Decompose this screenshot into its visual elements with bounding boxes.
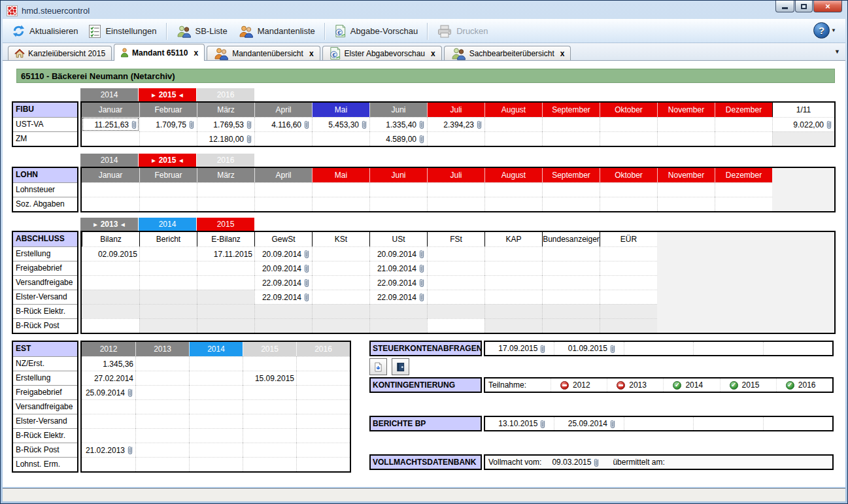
cell[interactable] bbox=[312, 261, 369, 275]
cell[interactable] bbox=[600, 261, 657, 275]
cell[interactable]: 22.09.2014 bbox=[254, 275, 312, 290]
cell[interactable] bbox=[427, 290, 484, 304]
cell[interactable] bbox=[542, 261, 600, 275]
cell[interactable]: 4.589,00 bbox=[369, 131, 427, 146]
tab-list-dropdown-icon[interactable]: ▼ bbox=[834, 48, 840, 55]
cell[interactable] bbox=[312, 246, 369, 261]
cell[interactable] bbox=[243, 443, 296, 457]
cell[interactable] bbox=[542, 318, 600, 333]
abgabe-vorschau-button[interactable]: €Abgabe-Vorschau bbox=[329, 22, 423, 40]
cell[interactable] bbox=[243, 457, 296, 471]
cell[interactable] bbox=[254, 318, 312, 333]
cell[interactable] bbox=[82, 275, 139, 290]
cell[interactable]: 21.09.2014 bbox=[369, 261, 427, 275]
cell[interactable]: 21.02.2013 bbox=[82, 443, 135, 457]
cell[interactable] bbox=[600, 117, 657, 131]
panel-cell[interactable]: 17.09.2015 bbox=[485, 342, 554, 355]
cell[interactable] bbox=[189, 428, 243, 443]
cell[interactable] bbox=[484, 275, 542, 290]
cell[interactable] bbox=[139, 261, 197, 275]
tab-kanzlei-bersicht-2015[interactable]: Kanzleiübersicht 2015 bbox=[8, 46, 112, 60]
cell[interactable]: 22.09.2014 bbox=[369, 275, 427, 290]
cell[interactable] bbox=[254, 197, 312, 211]
cell[interactable] bbox=[189, 443, 243, 457]
cell[interactable] bbox=[427, 197, 484, 211]
cell[interactable] bbox=[82, 318, 139, 333]
cell[interactable] bbox=[484, 197, 542, 211]
cell[interactable] bbox=[484, 131, 542, 146]
cell[interactable] bbox=[254, 304, 312, 318]
cell[interactable] bbox=[542, 117, 600, 131]
cell[interactable] bbox=[427, 246, 484, 261]
tab-close-icon[interactable]: x bbox=[309, 49, 314, 58]
cell[interactable] bbox=[197, 197, 254, 211]
cell[interactable] bbox=[254, 131, 312, 146]
mandantenliste-button[interactable]: Mandantenliste bbox=[233, 23, 320, 40]
cell[interactable] bbox=[189, 371, 243, 385]
cell[interactable] bbox=[657, 182, 715, 197]
cell[interactable] bbox=[135, 399, 189, 414]
cell[interactable] bbox=[427, 261, 484, 275]
cell[interactable] bbox=[542, 246, 600, 261]
cell[interactable] bbox=[427, 318, 484, 333]
cell[interactable]: 4.116,60 bbox=[254, 117, 312, 131]
panel-cell[interactable]: 13.10.2015 bbox=[485, 417, 554, 430]
cell[interactable]: 11.251,63 bbox=[82, 117, 139, 131]
aktualisieren-button[interactable]: Aktualisieren bbox=[7, 22, 83, 40]
cell[interactable] bbox=[197, 290, 254, 304]
cell[interactable] bbox=[600, 318, 657, 333]
cell[interactable] bbox=[296, 399, 350, 414]
cell[interactable] bbox=[296, 414, 350, 428]
cell[interactable] bbox=[657, 197, 715, 211]
cell[interactable] bbox=[189, 399, 243, 414]
cell[interactable] bbox=[600, 182, 657, 197]
abschluss-year-tab-2015[interactable]: 2015 bbox=[197, 218, 254, 231]
panel-cell[interactable]: 01.09.2015 bbox=[554, 342, 623, 355]
cell[interactable]: 1.345,36 bbox=[82, 356, 135, 371]
cell[interactable] bbox=[312, 318, 369, 333]
tab-mandant-65110[interactable]: Mandant 65110x bbox=[114, 44, 205, 61]
cell[interactable] bbox=[135, 443, 189, 457]
cell[interactable]: 1.335,40 bbox=[369, 117, 427, 131]
cell[interactable]: 22.09.2014 bbox=[254, 290, 312, 304]
cell[interactable]: 22.09.2014 bbox=[369, 290, 427, 304]
cell[interactable] bbox=[715, 117, 772, 131]
cell[interactable] bbox=[600, 197, 657, 211]
cell[interactable] bbox=[296, 443, 350, 457]
cell[interactable] bbox=[600, 131, 657, 146]
cell[interactable] bbox=[197, 275, 254, 290]
abschluss-year-tab-2013[interactable]: ▶2013◀ bbox=[80, 218, 138, 231]
cell[interactable] bbox=[82, 182, 139, 197]
cell[interactable] bbox=[197, 304, 254, 318]
cell[interactable] bbox=[296, 371, 350, 385]
cell[interactable] bbox=[657, 117, 715, 131]
cell[interactable] bbox=[600, 246, 657, 261]
cell[interactable] bbox=[139, 182, 197, 197]
cell[interactable] bbox=[135, 356, 189, 371]
fibu-year-tab-2016[interactable]: 2016 bbox=[197, 88, 254, 101]
sb-liste-button[interactable]: SB-Liste bbox=[171, 23, 233, 40]
cell[interactable]: 12.180,00 bbox=[197, 131, 254, 146]
cell[interactable] bbox=[82, 304, 139, 318]
cell[interactable] bbox=[189, 457, 243, 471]
cell[interactable] bbox=[189, 385, 243, 399]
cell[interactable]: 2.394,23 bbox=[427, 117, 484, 131]
cell[interactable]: 20.09.2014 bbox=[254, 261, 312, 275]
cell[interactable] bbox=[135, 428, 189, 443]
cell[interactable] bbox=[772, 131, 834, 146]
cell[interactable] bbox=[542, 304, 600, 318]
lohn-year-tab-2015[interactable]: ▶2015◀ bbox=[139, 154, 196, 167]
cell[interactable] bbox=[312, 131, 369, 146]
cell[interactable] bbox=[296, 457, 350, 471]
cell[interactable] bbox=[369, 182, 427, 197]
cell[interactable] bbox=[243, 428, 296, 443]
cell[interactable] bbox=[542, 290, 600, 304]
cell[interactable] bbox=[82, 197, 139, 211]
cell[interactable] bbox=[82, 290, 139, 304]
fibu-year-tab-2014[interactable]: 2014 bbox=[80, 88, 138, 101]
export-button[interactable] bbox=[369, 358, 387, 375]
cell[interactable] bbox=[139, 131, 197, 146]
cell[interactable] bbox=[82, 414, 135, 428]
cell[interactable] bbox=[600, 304, 657, 318]
cell[interactable] bbox=[484, 304, 542, 318]
